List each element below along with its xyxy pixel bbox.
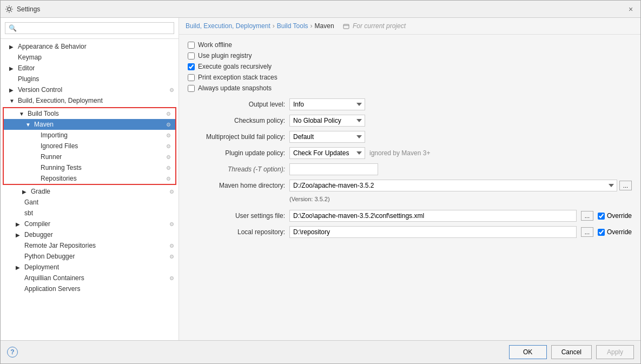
sidebar-item-app-servers[interactable]: Application Servers [1, 283, 179, 294]
sidebar-item-deployment[interactable]: ▶ Deployment [1, 262, 179, 273]
local-repo-row: Local repository: ... Override [188, 226, 632, 238]
local-repo-label: Local repository: [188, 228, 285, 236]
sidebar-item-runner-label: Runner [41, 153, 62, 161]
breadcrumb-part1[interactable]: Build, Execution, Deployment [186, 22, 270, 30]
close-button[interactable]: × [625, 4, 636, 15]
breadcrumb-sep1: › [273, 22, 275, 30]
content-area: ▶ Appearance & Behavior Keymap ▶ Editor [1, 18, 640, 340]
checkbox-plugin-registry-row: Use plugin registry [188, 52, 632, 59]
sidebar-item-build-tools[interactable]: ▼ Build Tools ⚙ [4, 108, 175, 119]
sidebar-item-importing[interactable]: Importing ⚙ [4, 130, 175, 141]
print-exception-checkbox[interactable] [188, 74, 195, 81]
user-settings-override-label: Override [607, 212, 632, 220]
sidebar-item-editor[interactable]: ▶ Editor [1, 63, 179, 74]
use-plugin-registry-checkbox[interactable] [188, 52, 195, 59]
sidebar-item-compiler[interactable]: ▶ Compiler ⚙ [1, 219, 179, 229]
sidebar-item-keymap[interactable]: Keymap [1, 52, 179, 63]
execute-goals-checkbox[interactable] [188, 63, 195, 70]
sidebar-item-python-debugger[interactable]: Python Debugger ⚙ [1, 251, 179, 262]
sidebar-item-plugins[interactable]: Plugins [1, 74, 179, 84]
settings-cog-icon-vc: ⚙ [169, 87, 174, 93]
sidebar-item-gradle[interactable]: ▶ Gradle ⚙ [1, 186, 179, 197]
checkbox-always-update-row: Always update snapshots [188, 84, 632, 92]
project-icon [343, 23, 349, 30]
sidebar-item-repositories[interactable]: Repositories ⚙ [4, 173, 175, 184]
checksum-policy-select[interactable]: No Global Policy [289, 115, 365, 127]
sidebar-item-maven[interactable]: ▼ Maven ⚙ [4, 119, 175, 130]
settings-cog-icon-running-tests: ⚙ [166, 165, 171, 171]
sidebar-item-build-execution[interactable]: ▼ Build, Execution, Deployment [1, 95, 179, 106]
checkbox-execute-goals-row: Execute goals recursively [188, 63, 632, 70]
sidebar-item-gradle-label: Gradle [31, 188, 50, 195]
maven-home-browse-button[interactable]: ... [619, 181, 632, 190]
search-input[interactable] [5, 22, 174, 34]
sidebar-item-app-servers-label: Application Servers [24, 285, 80, 293]
help-button[interactable]: ? [7, 347, 18, 358]
action-buttons: OK Cancel Apply [509, 345, 634, 359]
settings-cog-icon-importing: ⚙ [166, 133, 171, 138]
maven-home-label: Maven home directory: [188, 182, 285, 189]
local-repo-browse-button[interactable]: ... [581, 227, 593, 237]
sidebar-item-debugger[interactable]: ▶ Debugger [1, 229, 179, 240]
work-offline-checkbox[interactable] [188, 42, 195, 49]
ok-button[interactable]: OK [509, 345, 547, 359]
breadcrumb-project: For current project [343, 22, 406, 30]
sidebar-item-sbt-label: sbt [24, 209, 33, 217]
settings-cog-icon-python: ⚙ [169, 254, 174, 260]
checksum-policy-row: Checksum policy: No Global Policy [188, 115, 632, 127]
sidebar-item-appearance[interactable]: ▶ Appearance & Behavior [1, 41, 179, 52]
user-settings-browse-button[interactable]: ... [581, 211, 593, 221]
threads-input[interactable] [289, 163, 378, 175]
sidebar-item-remote-jar[interactable]: Remote Jar Repositories ⚙ [1, 240, 179, 251]
sidebar-item-maven-label: Maven [34, 121, 54, 128]
search-box [1, 18, 179, 39]
plugin-update-select[interactable]: Check For Updates [289, 147, 365, 159]
sidebar-item-ignored-files[interactable]: Ignored Files ⚙ [4, 141, 175, 151]
breadcrumb-part2[interactable]: Build Tools [277, 22, 308, 30]
user-settings-input[interactable] [289, 210, 577, 222]
always-update-label: Always update snapshots [198, 84, 272, 92]
sidebar-item-arquillian[interactable]: Arquillian Containers ⚙ [1, 273, 179, 283]
settings-content: Work offline Use plugin registry Execute… [179, 35, 640, 340]
always-update-checkbox[interactable] [188, 85, 195, 92]
maven-section-wrapper: ▼ Build Tools ⚙ ▼ Maven ⚙ [3, 107, 176, 185]
threads-label: Threads (-T option): [188, 166, 285, 173]
user-settings-label: User settings file: [188, 212, 285, 220]
settings-cog-icon-runner: ⚙ [166, 154, 171, 160]
breadcrumb-sep2: › [310, 22, 313, 30]
sidebar-item-deployment-label: Deployment [24, 263, 59, 271]
maven-home-input-group: D:/Zoo/apache-maven-3.5.2 ... [289, 180, 632, 191]
user-settings-row: User settings file: ... Override [188, 210, 632, 222]
sidebar-item-sbt[interactable]: sbt [1, 208, 179, 219]
sidebar-item-runner[interactable]: Runner ⚙ [4, 151, 175, 162]
multiproject-row: Multiproject build fail policy: Default [188, 131, 632, 143]
settings-cog-icon-remote-jar: ⚙ [169, 243, 174, 249]
output-level-label: Output level: [188, 101, 285, 108]
sidebar-tree: ▶ Appearance & Behavior Keymap ▶ Editor [1, 39, 179, 340]
output-level-select[interactable]: Info [289, 98, 365, 110]
local-repo-override-row: Override [598, 228, 632, 236]
sidebar-item-compiler-label: Compiler [24, 220, 50, 228]
sidebar: ▶ Appearance & Behavior Keymap ▶ Editor [1, 18, 179, 340]
sidebar-item-running-tests[interactable]: Running Tests ⚙ [4, 162, 175, 173]
local-repo-override-checkbox[interactable] [598, 229, 605, 236]
settings-cog-icon-repos: ⚙ [166, 176, 171, 182]
multiproject-select[interactable]: Default [289, 131, 365, 143]
version-hint-text: (Version: 3.5.2) [289, 196, 330, 202]
sidebar-item-version-control[interactable]: ▶ Version Control ⚙ [1, 84, 179, 95]
maven-home-select[interactable]: D:/Zoo/apache-maven-3.5.2 [289, 180, 617, 191]
title-bar-left: Settings [5, 5, 40, 14]
apply-button[interactable]: Apply [596, 345, 634, 359]
checksum-policy-label: Checksum policy: [188, 117, 285, 124]
settings-cog-icon-ignored: ⚙ [166, 143, 171, 149]
sidebar-item-appearance-label: Appearance & Behavior [18, 43, 87, 50]
sidebar-item-keymap-label: Keymap [18, 54, 42, 61]
cancel-button[interactable]: Cancel [551, 345, 592, 359]
sidebar-item-build-execution-label: Build, Execution, Deployment [18, 97, 103, 104]
user-settings-override-checkbox[interactable] [598, 213, 605, 220]
window-title: Settings [17, 5, 40, 13]
sidebar-item-gant-label: Gant [24, 198, 38, 206]
sidebar-item-gant[interactable]: Gant [1, 197, 179, 208]
local-repo-input[interactable] [289, 226, 577, 238]
settings-icon [5, 5, 14, 14]
